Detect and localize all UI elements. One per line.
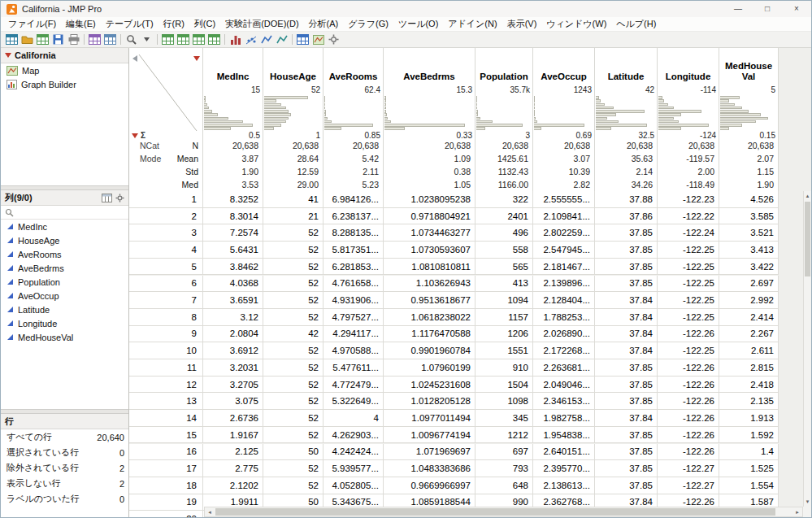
row-number[interactable]: 8 xyxy=(129,309,203,326)
cell[interactable]: 0.9513618677 xyxy=(384,292,475,309)
cell[interactable]: 37.85 xyxy=(595,242,658,259)
cell[interactable]: -122.25 xyxy=(658,292,719,309)
cell[interactable]: 1.0128205128 xyxy=(384,393,475,410)
scroll-down-arrow[interactable]: ▾ xyxy=(804,497,811,507)
save-icon[interactable] xyxy=(50,33,66,46)
cell[interactable]: -122.23 xyxy=(658,191,719,208)
cell[interactable]: 793 xyxy=(475,460,533,477)
column-item-latitude[interactable]: Latitude xyxy=(1,303,128,316)
column-header-longitude[interactable]: Longitude-114-12420,638-119.572.00-118.4… xyxy=(658,48,719,191)
cell[interactable]: 5.817351... xyxy=(323,242,384,259)
cell[interactable]: 1.0245231608 xyxy=(384,377,475,394)
print-icon[interactable] xyxy=(66,33,81,46)
cell[interactable]: 2.697 xyxy=(719,276,779,293)
cell[interactable]: -122.26 xyxy=(658,377,719,394)
cell[interactable]: 558 xyxy=(475,242,533,259)
cell[interactable]: 2.138613... xyxy=(533,477,595,494)
cell[interactable]: 496 xyxy=(475,224,533,242)
vscroll-thumb[interactable] xyxy=(805,202,810,276)
cell[interactable]: 2.172268... xyxy=(533,342,595,359)
cell[interactable]: 1157 xyxy=(475,309,533,326)
row-number[interactable]: 12 xyxy=(129,377,203,394)
cell[interactable]: -122.24 xyxy=(658,224,719,242)
cell[interactable]: 37.84 xyxy=(595,410,658,427)
cell[interactable]: 2.128404... xyxy=(533,292,595,309)
cell[interactable]: 52 xyxy=(263,377,323,394)
cell[interactable]: 322 xyxy=(475,191,533,208)
cell[interactable]: -122.25 xyxy=(658,242,719,259)
cell[interactable]: 1.525 xyxy=(719,460,779,477)
cell[interactable]: 37.84 xyxy=(595,292,658,309)
column-header-houseage[interactable]: HouseAge52120,63828.6412.5929.00 xyxy=(263,48,323,191)
row-number[interactable]: 7 xyxy=(129,292,203,309)
cell[interactable]: -122.25 xyxy=(658,309,719,326)
cell[interactable]: 5.939577... xyxy=(323,460,384,477)
column-histogram[interactable]: 4232.5 xyxy=(595,85,657,141)
cell[interactable]: 2.267 xyxy=(719,326,779,343)
cell[interactable]: 8.3014 xyxy=(203,208,263,225)
row-stat-3[interactable]: 表示しない行2 xyxy=(1,476,128,491)
cell[interactable]: 2.346153... xyxy=(533,393,595,410)
cell[interactable]: 37.85 xyxy=(595,393,658,410)
cell[interactable]: 37.85 xyxy=(595,276,658,293)
cell[interactable]: 52 xyxy=(263,292,323,309)
menu-item-2[interactable]: テーブル(T) xyxy=(101,18,158,30)
map-tool-icon[interactable] xyxy=(310,33,326,46)
cell[interactable]: 37.84 xyxy=(595,309,658,326)
script-item-map[interactable]: Map xyxy=(1,63,128,77)
column-search-input[interactable] xyxy=(17,207,128,217)
cell[interactable]: 3.075 xyxy=(203,393,263,410)
menu-item-0[interactable]: ファイル(F) xyxy=(3,18,61,30)
row-number[interactable]: 3 xyxy=(129,224,203,242)
menu-item-9[interactable]: アドイン(N) xyxy=(443,18,502,30)
row-number[interactable]: 18 xyxy=(129,477,203,494)
row-number[interactable]: 2 xyxy=(129,208,203,225)
column-histogram[interactable]: 35.7k3 xyxy=(475,85,532,141)
row-number[interactable]: 10 xyxy=(129,342,203,359)
cell[interactable]: 2401 xyxy=(475,208,533,225)
cell[interactable]: 1504 xyxy=(475,377,533,394)
cell[interactable]: 2.0804 xyxy=(203,326,263,343)
cell[interactable]: 42 xyxy=(263,326,323,343)
graph-builder-icon[interactable] xyxy=(258,33,274,46)
menu-item-8[interactable]: ツール(O) xyxy=(393,18,443,30)
cell[interactable]: 2.139896... xyxy=(533,276,595,293)
cell[interactable]: 1206 xyxy=(475,326,533,343)
scroll-left-arrow[interactable]: ◂ xyxy=(205,507,215,516)
cell[interactable]: 413 xyxy=(475,276,533,293)
column-item-houseage[interactable]: HouseAge xyxy=(1,233,128,247)
cell[interactable]: 5.322649... xyxy=(323,393,384,410)
cell[interactable]: 52 xyxy=(263,410,323,427)
column-header-averooms[interactable]: AveRooms62.40.8520,6385.422.115.23 xyxy=(323,48,384,191)
cell[interactable]: 1.9167 xyxy=(203,427,263,444)
column-histogram[interactable]: 50.15 xyxy=(719,85,778,141)
cell[interactable]: 0.9901960784 xyxy=(384,342,475,359)
journal-icon[interactable] xyxy=(87,33,102,46)
menu-item-10[interactable]: 表示(V) xyxy=(502,18,542,30)
cell[interactable]: 2.611 xyxy=(719,342,779,359)
cell[interactable]: 1.0810810811 xyxy=(384,259,475,276)
cell[interactable]: -122.25 xyxy=(658,342,719,359)
search-icon[interactable] xyxy=(124,33,139,46)
open-icon[interactable] xyxy=(20,33,35,46)
column-header-medhouseval[interactable]: MedHouse Val50.1520,6382.071.151.90 xyxy=(719,48,779,191)
fit-y-by-x-icon[interactable] xyxy=(243,33,258,46)
cell[interactable]: 1.0618238022 xyxy=(384,309,475,326)
column-histogram[interactable]: 12430.69 xyxy=(533,85,594,141)
cell[interactable]: 2.640151... xyxy=(533,444,595,461)
cell[interactable]: 4.262903... xyxy=(323,427,384,444)
tabulate-icon[interactable] xyxy=(295,33,310,46)
cell[interactable]: 4.526 xyxy=(719,191,779,208)
cell[interactable]: -122.26 xyxy=(658,393,719,410)
cell[interactable]: 1.554 xyxy=(719,477,779,494)
cell[interactable]: 2.418 xyxy=(719,377,779,394)
cell[interactable]: 4.772479... xyxy=(323,377,384,394)
cell[interactable]: 565 xyxy=(475,259,533,276)
cell[interactable]: 2.992 xyxy=(719,292,779,309)
cell[interactable]: 52 xyxy=(263,477,323,494)
cell[interactable]: 1.913 xyxy=(719,410,779,427)
cell[interactable]: 1.982758... xyxy=(533,410,595,427)
column-item-population[interactable]: Population xyxy=(1,275,128,289)
cell[interactable]: 3.2031 xyxy=(203,359,263,377)
menu-item-4[interactable]: 列(C) xyxy=(189,18,220,30)
